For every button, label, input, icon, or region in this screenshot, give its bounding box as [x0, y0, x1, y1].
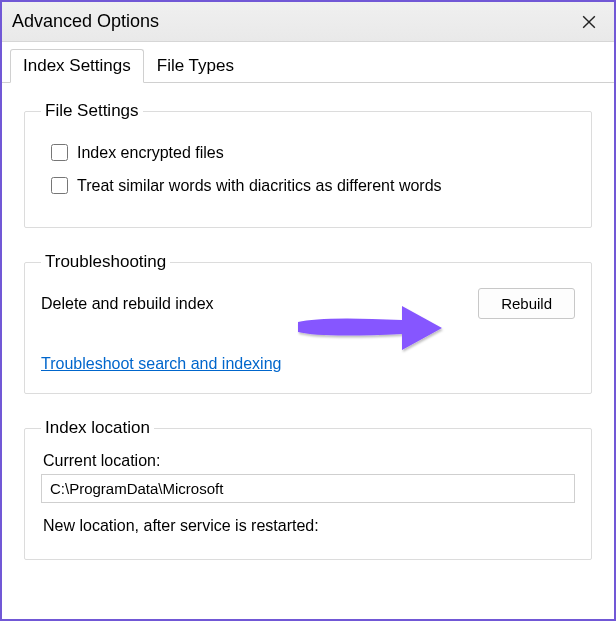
delete-rebuild-label: Delete and rebuild index — [41, 295, 214, 313]
tab-index-settings[interactable]: Index Settings — [10, 49, 144, 83]
tab-content: File Settings Index encrypted files Trea… — [2, 83, 614, 566]
tab-strip: Index Settings File Types — [2, 48, 614, 83]
file-settings-legend: File Settings — [41, 101, 143, 121]
encrypt-checkbox[interactable] — [51, 144, 68, 161]
new-location-label: New location, after service is restarted… — [43, 517, 575, 535]
index-location-legend: Index location — [41, 418, 154, 438]
troubleshooting-legend: Troubleshooting — [41, 252, 170, 272]
titlebar: Advanced Options — [2, 2, 614, 42]
current-location-value: C:\ProgramData\Microsoft — [41, 474, 575, 503]
troubleshooting-group: Troubleshooting Delete and rebuild index… — [24, 252, 592, 394]
window-title: Advanced Options — [12, 11, 159, 32]
close-button[interactable] — [564, 2, 614, 42]
close-icon — [582, 15, 596, 29]
diacritics-checkbox[interactable] — [51, 177, 68, 194]
rebuild-button[interactable]: Rebuild — [478, 288, 575, 319]
advanced-options-dialog: Advanced Options Index Settings File Typ… — [0, 0, 616, 621]
tab-file-types[interactable]: File Types — [144, 49, 247, 83]
diacritics-label: Treat similar words with diacritics as d… — [77, 177, 442, 195]
troubleshoot-link[interactable]: Troubleshoot search and indexing — [41, 355, 281, 373]
diacritics-row[interactable]: Treat similar words with diacritics as d… — [47, 174, 575, 197]
encrypt-row[interactable]: Index encrypted files — [47, 141, 575, 164]
file-settings-group: File Settings Index encrypted files Trea… — [24, 101, 592, 228]
encrypt-label: Index encrypted files — [77, 144, 224, 162]
current-location-label: Current location: — [43, 452, 575, 470]
index-location-group: Index location Current location: C:\Prog… — [24, 418, 592, 560]
